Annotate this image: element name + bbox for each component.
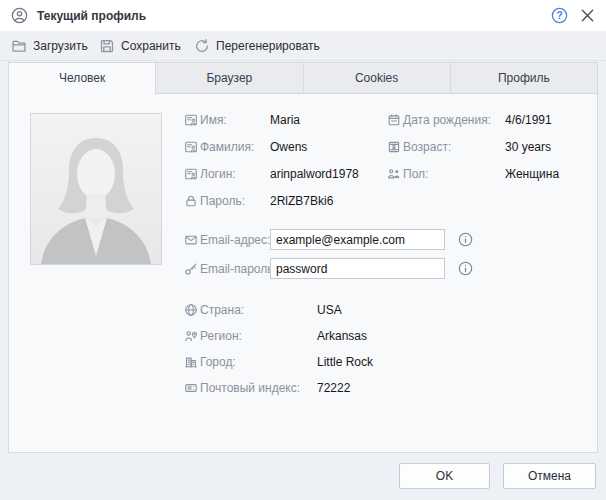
email-address-label: Email-адрес: xyxy=(200,233,270,247)
gender-label: Пол: xyxy=(403,167,505,181)
surname-value: Owens xyxy=(270,140,307,154)
id-card-icon xyxy=(184,167,200,181)
save-button-label: Сохранить xyxy=(121,39,181,53)
email-password-row: Email-пароль: xyxy=(184,254,473,283)
password-row: Пароль: 2RlZB7Bki6 xyxy=(184,187,359,214)
city-label: Город: xyxy=(200,355,317,369)
portrait-icon xyxy=(387,140,403,154)
toolbar: Загрузить Сохранить Перегенерировать xyxy=(0,31,606,61)
id-card-icon xyxy=(184,140,200,154)
save-disk-icon xyxy=(99,38,115,54)
tab-person[interactable]: Человек xyxy=(8,62,156,95)
postal-icon xyxy=(184,381,200,395)
envelope-icon xyxy=(184,233,200,247)
location-field-group: Страна: USA Регион: Arkansas Город: Litt… xyxy=(184,297,373,401)
name-label: Имя: xyxy=(200,113,270,127)
postal-code-label: Почтовый индекс: xyxy=(200,381,317,395)
globe-icon xyxy=(184,303,200,317)
password-value: 2RlZB7Bki6 xyxy=(270,194,333,208)
email-address-row: Email-адрес: xyxy=(184,225,473,254)
info-icon[interactable] xyxy=(458,261,473,276)
window-title: Текущий профиль xyxy=(37,9,539,23)
cancel-button[interactable]: Отмена xyxy=(503,463,596,489)
country-label: Страна: xyxy=(200,303,317,317)
password-label: Пароль: xyxy=(200,194,270,208)
age-row: Возраст: 30 years xyxy=(387,133,559,160)
country-row: Страна: USA xyxy=(184,297,373,323)
email-password-input[interactable] xyxy=(270,258,445,279)
email-password-label: Email-пароль: xyxy=(200,262,270,276)
title-bar: Текущий профиль ? xyxy=(0,0,606,31)
folder-icon xyxy=(11,38,27,54)
login-value: arinpalword1978 xyxy=(270,167,359,181)
city-value: Little Rock xyxy=(317,355,373,369)
regenerate-button[interactable]: Перегенерировать xyxy=(194,31,320,60)
age-value: 30 years xyxy=(505,140,551,154)
key-icon xyxy=(184,262,200,276)
tab-browser[interactable]: Браузер xyxy=(156,62,303,94)
gender-value: Женщина xyxy=(505,167,559,181)
region-value: Arkansas xyxy=(317,329,367,343)
demographics-field-group: Дата рождения: 4/6/1991 Возраст: 30 year… xyxy=(387,106,559,187)
close-icon[interactable] xyxy=(580,8,595,23)
birthdate-label: Дата рождения: xyxy=(403,113,505,127)
avatar xyxy=(30,113,162,265)
birthdate-value: 4/6/1991 xyxy=(505,113,552,127)
birthdate-row: Дата рождения: 4/6/1991 xyxy=(387,106,559,133)
id-card-icon xyxy=(184,113,200,127)
email-address-input[interactable] xyxy=(270,229,445,250)
load-button-label: Загрузить xyxy=(33,39,88,53)
region-row: Регион: Arkansas xyxy=(184,323,373,349)
identity-field-group: Имя: Maria Фамилия: Owens Логин: arinpal… xyxy=(184,106,359,214)
load-button[interactable]: Загрузить xyxy=(11,31,88,60)
calendar-icon xyxy=(387,113,403,127)
postal-code-row: Почтовый индекс: 72222 xyxy=(184,375,373,401)
profile-window-icon xyxy=(11,7,28,24)
name-row: Имя: Maria xyxy=(184,106,359,133)
postal-code-value: 72222 xyxy=(317,381,350,395)
ok-button[interactable]: OK xyxy=(399,463,490,489)
svg-text:?: ? xyxy=(556,10,562,21)
save-button[interactable]: Сохранить xyxy=(99,31,181,60)
name-value: Maria xyxy=(270,113,300,127)
regenerate-button-label: Перегенерировать xyxy=(216,39,320,53)
gender-row: Пол: Женщина xyxy=(387,160,559,187)
city-icon xyxy=(184,355,200,369)
refresh-icon xyxy=(194,38,210,54)
login-row: Логин: arinpalword1978 xyxy=(184,160,359,187)
help-icon[interactable]: ? xyxy=(551,7,568,24)
tab-bar: Человек Браузер Cookies Профиль xyxy=(8,62,598,94)
person-pin-icon xyxy=(184,329,200,343)
current-profile-dialog: Текущий профиль ? Загрузить xyxy=(0,0,606,500)
surname-row: Фамилия: Owens xyxy=(184,133,359,160)
age-label: Возраст: xyxy=(403,140,505,154)
email-field-group: Email-адрес: Email-пароль: xyxy=(184,225,473,283)
gender-icon xyxy=(387,167,403,181)
surname-label: Фамилия: xyxy=(200,140,270,154)
city-row: Город: Little Rock xyxy=(184,349,373,375)
info-icon[interactable] xyxy=(458,232,473,247)
tab-profile[interactable]: Профиль xyxy=(451,62,598,94)
login-label: Логин: xyxy=(200,167,270,181)
country-value: USA xyxy=(317,303,342,317)
lock-icon xyxy=(184,194,200,208)
region-label: Регион: xyxy=(200,329,317,343)
tab-cookies[interactable]: Cookies xyxy=(304,62,451,94)
